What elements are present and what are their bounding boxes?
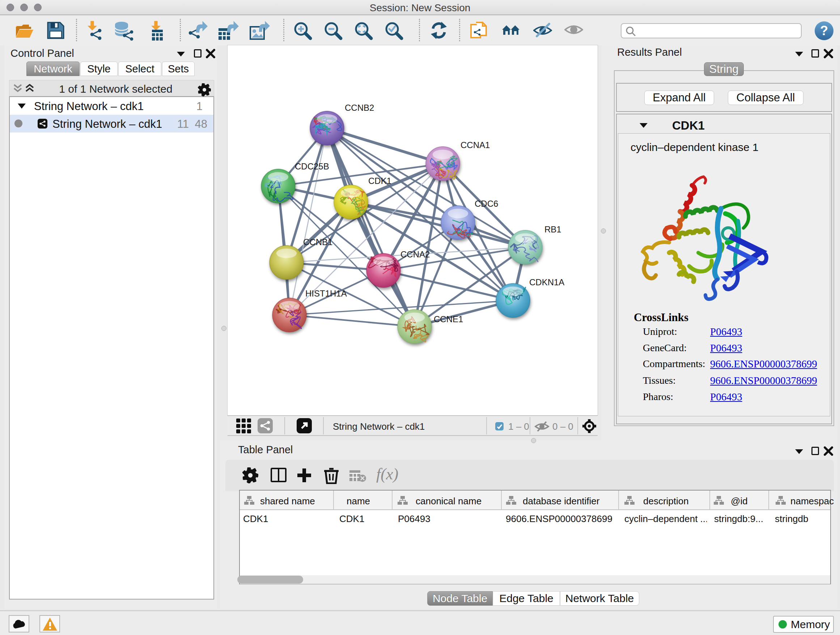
svg-text:CDC25B: CDC25B — [295, 162, 329, 171]
svg-text:CDC6: CDC6 — [475, 199, 498, 209]
svg-text:CCNB2: CCNB2 — [345, 103, 374, 112]
svg-text:CCNB1: CCNB1 — [303, 237, 332, 247]
svg-text:CDK1: CDK1 — [368, 176, 392, 186]
svg-text:HIST1H1A: HIST1H1A — [305, 288, 347, 298]
svg-text:CCNA1: CCNA1 — [461, 140, 490, 150]
svg-text:CDKN1A: CDKN1A — [529, 277, 564, 287]
svg-text:CCNA2: CCNA2 — [401, 249, 430, 259]
svg-text:CCNE1: CCNE1 — [434, 314, 463, 324]
svg-text:RB1: RB1 — [545, 225, 561, 234]
svg-text:?: ? — [820, 23, 828, 38]
